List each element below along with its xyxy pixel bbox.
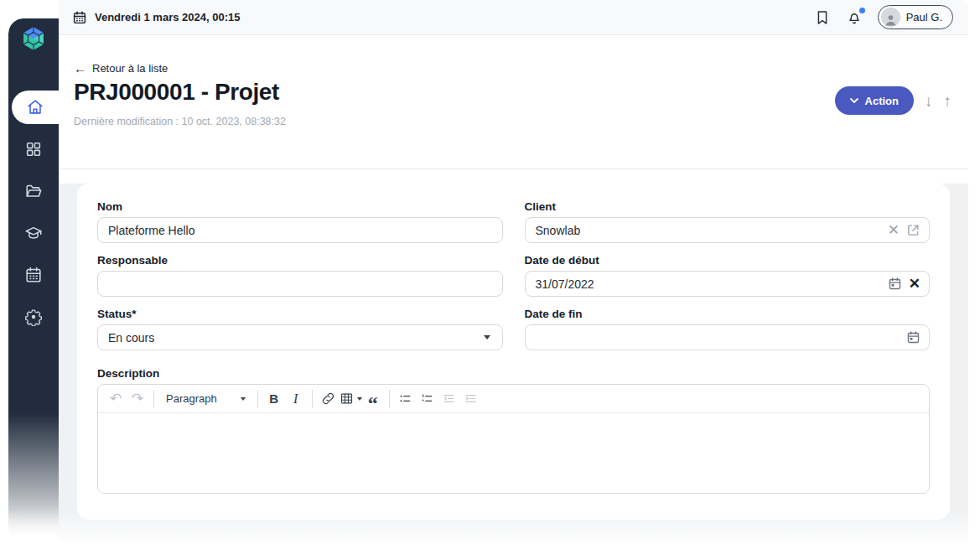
last-modified-text: Dernière modification : 10 oct. 2023, 08…	[74, 116, 286, 127]
page-header: ← Retour à la liste PRJ000001 - Projet D…	[59, 35, 968, 169]
date-fin-picker-button[interactable]	[906, 330, 920, 345]
toolbar-separator	[153, 390, 154, 407]
sidebar-item-calendar[interactable]	[8, 258, 59, 292]
toolbar-separator	[389, 390, 390, 407]
date-text: Vendredi 1 mars 2024, 00:15	[95, 11, 240, 23]
numbered-list-icon	[420, 391, 434, 406]
chevron-down-icon	[241, 397, 246, 401]
calendar-icon	[24, 266, 43, 284]
graduation-cap-icon	[24, 224, 43, 242]
redo-button[interactable]: ↷	[127, 388, 148, 410]
main-area: Vendredi 1 mars 2024, 00:15 Paul G. ← Re…	[59, 0, 968, 530]
toolbar-separator	[312, 390, 313, 407]
external-link-icon	[906, 223, 920, 237]
bold-button[interactable]: B	[263, 388, 285, 410]
client-input[interactable]: Snowlab ✕	[525, 217, 931, 243]
notifications-button[interactable]	[846, 9, 863, 26]
sidebar-nav	[8, 91, 59, 334]
sidebar-item-settings[interactable]	[8, 300, 59, 334]
paragraph-style-label: Paragraph	[166, 392, 217, 405]
responsable-input[interactable]	[97, 271, 503, 297]
notification-dot	[859, 8, 865, 13]
italic-button[interactable]: I	[285, 388, 307, 410]
header-actions: Action ↓ ↑	[835, 86, 951, 115]
outdent-icon	[442, 391, 456, 406]
responsable-label: Responsable	[97, 254, 503, 267]
select-caret-icon	[484, 335, 490, 339]
apps-grid-icon	[24, 140, 43, 158]
client-value: Snowlab	[536, 224, 881, 237]
chevron-down-icon	[357, 397, 362, 401]
numbered-list-button[interactable]	[417, 388, 438, 410]
content-background: Nom Client Snowlab ✕	[59, 184, 968, 544]
bulleted-list-icon	[398, 391, 412, 406]
user-menu[interactable]: Paul G.	[878, 5, 953, 29]
calendar-date-icon	[72, 10, 87, 25]
date-debut-picker-button[interactable]	[888, 277, 902, 291]
table-icon	[340, 391, 354, 406]
action-button-label: Action	[865, 95, 899, 107]
description-label: Description	[97, 367, 930, 380]
folder-icon	[24, 182, 43, 200]
field-client: Client Snowlab ✕	[525, 200, 931, 243]
nom-label: Nom	[97, 200, 503, 213]
sidebar-item-projects[interactable]	[8, 174, 59, 208]
sidebar-item-education[interactable]	[8, 216, 59, 250]
back-link-label: Retour à la liste	[92, 62, 168, 75]
sidebar-item-home[interactable]	[12, 91, 59, 124]
bookmark-button[interactable]	[814, 9, 831, 26]
action-dropdown-button[interactable]: Action	[835, 86, 914, 115]
date-debut-label: Date de début	[525, 254, 931, 267]
date-debut-value: 31/07/2022	[536, 277, 881, 291]
date-debut-clear-button[interactable]: ✕	[909, 277, 920, 291]
indent-button[interactable]	[460, 388, 482, 410]
gear-icon	[24, 308, 43, 326]
undo-button[interactable]: ↶	[105, 388, 127, 410]
insert-table-dropdown[interactable]	[340, 388, 362, 410]
blockquote-button[interactable]: “	[362, 388, 384, 410]
paragraph-style-dropdown[interactable]: Paragraph	[159, 388, 252, 410]
outdent-button[interactable]	[438, 388, 460, 410]
chevron-down-icon	[850, 98, 858, 103]
topbar-actions: Paul G.	[814, 5, 953, 29]
field-nom: Nom	[97, 200, 503, 243]
user-avatar	[881, 8, 900, 27]
link-button[interactable]	[318, 388, 340, 410]
form-grid: Nom Client Snowlab ✕	[97, 200, 930, 350]
field-date-debut: Date de début 31/07/2022 ✕	[525, 254, 931, 297]
bulleted-list-button[interactable]	[395, 388, 417, 410]
page-title: PRJ000001 - Projet	[74, 79, 279, 106]
date-fin-label: Date de fin	[525, 308, 931, 320]
client-label: Client	[525, 200, 931, 213]
user-name: Paul G.	[906, 11, 942, 23]
client-clear-button[interactable]: ✕	[888, 223, 900, 237]
field-description: Description ↶ ↷ Paragraph B I	[97, 367, 930, 494]
editor-toolbar: ↶ ↷ Paragraph B I	[98, 385, 929, 413]
client-open-button[interactable]	[906, 223, 920, 237]
navigate-down-button[interactable]: ↓	[925, 93, 933, 109]
date-debut-input[interactable]: 31/07/2022 ✕	[525, 271, 931, 297]
bookmark-icon	[814, 9, 831, 26]
nom-input[interactable]	[97, 217, 503, 243]
back-arrow-icon: ←	[74, 62, 86, 75]
status-label: Status*	[97, 308, 503, 320]
link-icon	[321, 391, 335, 406]
status-select[interactable]: En cours	[97, 324, 503, 350]
toolbar-separator	[257, 390, 258, 407]
field-date-fin: Date de fin	[525, 308, 931, 350]
calendar-picker-icon	[906, 330, 920, 345]
date-fin-input[interactable]	[525, 324, 931, 350]
topbar: Vendredi 1 mars 2024, 00:15 Paul G.	[59, 0, 968, 35]
back-to-list-link[interactable]: ← Retour à la liste	[74, 62, 168, 75]
description-editor-body[interactable]	[98, 413, 929, 493]
sidebar-item-apps[interactable]	[8, 132, 59, 166]
sidebar	[8, 18, 59, 538]
indent-icon	[464, 391, 478, 406]
status-value: En cours	[108, 331, 477, 345]
navigate-up-button[interactable]: ↑	[944, 93, 952, 109]
app-logo-icon[interactable]	[20, 25, 47, 52]
current-date: Vendredi 1 mars 2024, 00:15	[72, 10, 240, 25]
field-responsable: Responsable	[97, 254, 503, 297]
project-form-card: Nom Client Snowlab ✕	[77, 184, 950, 520]
field-status: Status* En cours	[97, 308, 503, 350]
